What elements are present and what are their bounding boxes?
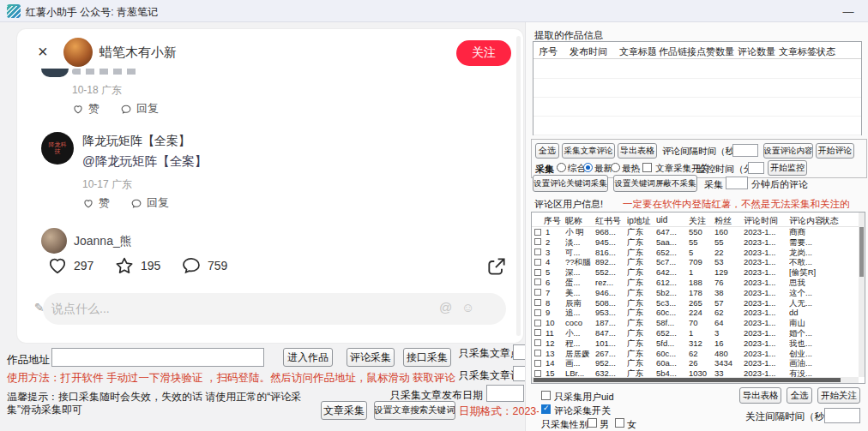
row-checkbox[interactable] xyxy=(534,269,541,276)
heart-icon[interactable] xyxy=(46,255,69,276)
start-monitor-button[interactable]: 开始监控 xyxy=(768,160,807,176)
works-column-header[interactable]: 文章标签 xyxy=(779,45,817,58)
comment-table-vscrollbar[interactable] xyxy=(859,213,865,377)
table-row[interactable]: 2淡...945...广东5aa...55552023-1...需要... xyxy=(532,237,858,248)
table-row[interactable]: 3可...816...广东652...5222023-1...龙岗... xyxy=(532,248,858,258)
row-checkbox[interactable] xyxy=(534,238,541,245)
comment-interval-input[interactable] xyxy=(732,144,758,157)
author-avatar[interactable] xyxy=(63,38,93,67)
comment-column-header[interactable]: 序号 xyxy=(544,215,561,227)
table-row[interactable]: 7美...946...广东5b2...178382023-1...这个... xyxy=(532,288,858,298)
comment-bubble-icon[interactable] xyxy=(180,255,202,276)
export-table-button[interactable]: 导出表格 xyxy=(739,387,781,404)
row-checkbox[interactable] xyxy=(534,370,541,377)
comment-column-header[interactable]: 关注 xyxy=(689,215,706,227)
reply-label[interactable]: 回复 xyxy=(136,101,159,117)
like-icon[interactable] xyxy=(82,198,94,209)
table-row[interactable]: 9追...953...广东60c...224622023-1...dd xyxy=(532,308,858,318)
works-column-header[interactable]: 点赞数量 xyxy=(696,45,734,58)
row-checkbox[interactable] xyxy=(534,289,541,296)
export-table-button[interactable]: 导出表格 xyxy=(618,143,657,159)
minimize-button[interactable]: — xyxy=(834,0,863,22)
table-row[interactable]: 13居居媛267...广东60c...624802023-1...创业... xyxy=(532,349,858,359)
row-checkbox[interactable] xyxy=(534,229,541,236)
table-row[interactable]: 14画...952...广东60a...2634342023-1...画油... xyxy=(532,358,858,368)
male-checkbox[interactable] xyxy=(588,418,597,428)
row-checkbox[interactable] xyxy=(534,299,541,306)
start-comment-button[interactable]: 开始评论 xyxy=(816,143,854,159)
sort-radio-1[interactable] xyxy=(557,163,566,172)
commenter-avatar[interactable]: 降龙科技 xyxy=(41,132,74,165)
table-row[interactable]: 1小 明968...广东647...5501602023-1...商商 xyxy=(532,227,858,237)
sort-radio-3[interactable] xyxy=(611,163,620,172)
select-all-button[interactable]: 全选 xyxy=(535,143,559,159)
row-checkbox[interactable] xyxy=(534,360,541,367)
comment-input[interactable] xyxy=(43,293,506,325)
only-date-input[interactable] xyxy=(486,385,524,402)
comment-column-header[interactable]: 红书号 xyxy=(595,215,621,227)
mention-icon[interactable]: @ xyxy=(439,300,452,314)
row-checkbox[interactable] xyxy=(534,329,541,336)
row-checkbox[interactable] xyxy=(534,339,541,346)
female-checkbox[interactable] xyxy=(615,418,624,428)
table-row[interactable]: 11小...847...广东652...132023-1...婚个... xyxy=(532,328,858,338)
works-column-header[interactable]: 发布时间 xyxy=(570,45,607,58)
comment-switch-checkbox[interactable] xyxy=(541,404,551,414)
star-icon[interactable] xyxy=(113,255,136,276)
select-all-button[interactable]: 全选 xyxy=(787,387,812,404)
reply-icon[interactable] xyxy=(130,198,142,209)
comment-column-header[interactable]: 粉丝 xyxy=(714,215,732,227)
comment-column-header[interactable]: uid xyxy=(656,215,667,224)
author-name[interactable]: 蜡笔木有小新 xyxy=(99,45,177,61)
collect-article-comments-button[interactable]: 采集文章评论 xyxy=(562,143,615,159)
article-switch-checkbox[interactable] xyxy=(642,163,652,172)
reply-label[interactable]: 回复 xyxy=(147,195,169,211)
comment-collect-button[interactable]: 评论采集 xyxy=(347,348,395,367)
monitor-time-input[interactable] xyxy=(748,162,764,174)
works-column-header[interactable]: 序号 xyxy=(539,45,558,58)
set-keyword-collect-button[interactable]: 设置评论关键词采集 xyxy=(533,175,608,192)
emoji-icon[interactable]: ☺ xyxy=(461,300,474,314)
like-label[interactable]: 赞 xyxy=(88,101,99,117)
only-uid-checkbox[interactable] xyxy=(541,391,551,400)
follow-interval-input[interactable] xyxy=(824,408,860,423)
row-checkbox[interactable] xyxy=(534,320,541,326)
row-checkbox[interactable] xyxy=(534,259,541,266)
start-follow-button[interactable]: 开始关注 xyxy=(817,387,860,404)
row-checkbox[interactable] xyxy=(534,278,541,285)
comment-column-header[interactable]: 昵称 xyxy=(565,215,582,227)
comment-column-header[interactable]: 评论内容 xyxy=(789,215,823,227)
table-row[interactable]: 4??和腦892...广东5c7...709532023-1...不敢... xyxy=(532,257,858,267)
comment-table-hscrollbar[interactable] xyxy=(532,377,859,383)
table-row[interactable]: 10coco187...广东58f...70642023-1...南山 xyxy=(532,318,858,328)
comment-column-header[interactable]: 评论时间 xyxy=(744,215,778,227)
commenter-avatar[interactable] xyxy=(41,228,67,254)
works-column-header[interactable]: 状态 xyxy=(817,45,835,58)
set-search-keyword-button[interactable]: 设置文章搜索关键词 xyxy=(374,401,455,420)
works-column-header[interactable]: 评论数量 xyxy=(738,45,775,58)
collect-after-input[interactable] xyxy=(726,177,748,189)
reply-icon[interactable] xyxy=(120,104,132,115)
like-icon[interactable] xyxy=(72,104,84,115)
post-scrollbar[interactable] xyxy=(516,36,521,336)
works-column-header[interactable]: 文章标题 xyxy=(619,45,657,58)
comment-column-header[interactable]: 状态 xyxy=(822,215,839,227)
like-label[interactable]: 赞 xyxy=(99,195,110,211)
api-collect-button[interactable]: 接口采集 xyxy=(403,348,451,367)
follow-button[interactable]: 关注 xyxy=(456,40,511,66)
comment-column-header[interactable]: ip地址 xyxy=(627,215,651,227)
set-comment-content-button[interactable]: 设置评论内容 xyxy=(763,143,813,159)
commenter-name[interactable]: 降龙玩矩阵【全案】 xyxy=(82,134,190,149)
row-checkbox[interactable] xyxy=(534,309,541,316)
table-row[interactable]: 6蛋...rez...广东612...188762023-1...思我 xyxy=(532,278,858,288)
commenter-name[interactable]: Joanna_熊 xyxy=(74,234,132,249)
table-row[interactable]: 5深...552...广东642...11292023-1...[偷笑R] xyxy=(532,267,858,278)
enter-work-button[interactable]: 进入作品 xyxy=(283,348,333,367)
close-icon[interactable]: × xyxy=(38,43,48,60)
table-row[interactable]: 8辰南508...广东5c3...265572023-1...人无... xyxy=(532,298,858,308)
sort-radio-2[interactable] xyxy=(583,163,593,172)
table-row[interactable]: 12程...101...广东5fd...312162023-1...我也... xyxy=(532,338,858,349)
share-icon[interactable] xyxy=(485,255,508,278)
work-url-input[interactable] xyxy=(51,348,264,367)
set-keyword-block-button[interactable]: 设置关键词屏蔽不采集 xyxy=(613,175,697,192)
